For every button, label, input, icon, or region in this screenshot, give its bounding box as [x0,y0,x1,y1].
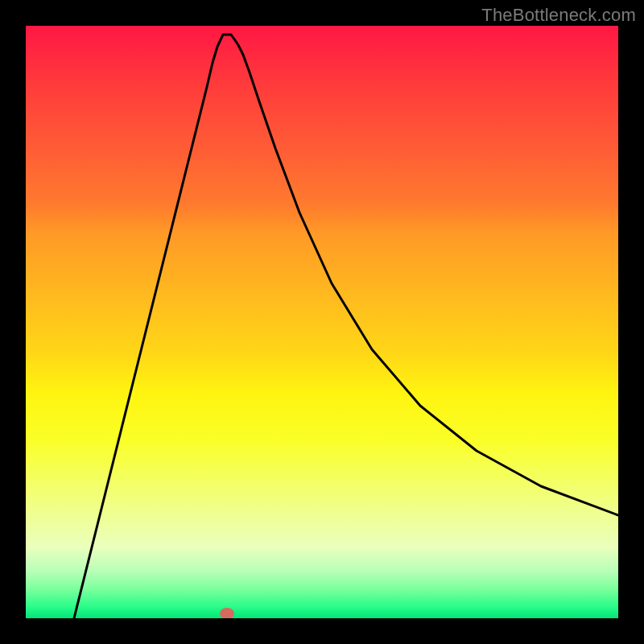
bottleneck-curve [26,26,618,618]
chart-frame: TheBottleneck.com [0,0,644,644]
watermark-label: TheBottleneck.com [481,5,636,26]
plot-area [26,26,618,618]
marker-dot [220,608,234,618]
